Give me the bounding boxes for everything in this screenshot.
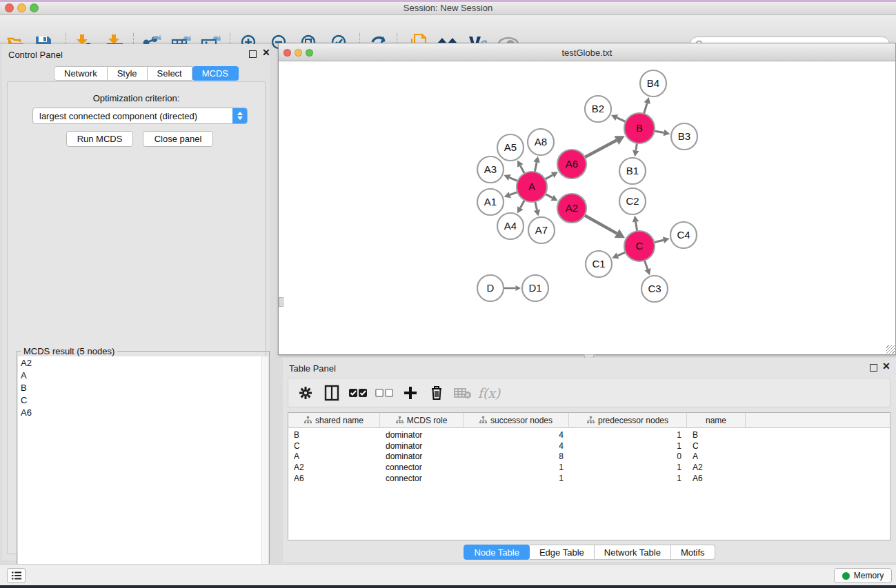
node-table[interactable]: shared nameMCDS rolesuccessor nodesprede… (288, 412, 890, 540)
column-header-MCDS-role[interactable]: MCDS role (380, 413, 464, 428)
edge-A-A1[interactable] (510, 192, 517, 195)
task-history-button[interactable] (7, 568, 26, 583)
mcds-list-scrollbar[interactable] (261, 356, 268, 587)
cell-successor-nodes[interactable]: 4 (464, 440, 569, 452)
cell-predecessor-nodes[interactable]: 1 (569, 429, 687, 440)
column-header-name[interactable]: name (687, 413, 746, 428)
tab-network-table[interactable]: Network Table (595, 545, 671, 560)
tab-motifs[interactable]: Motifs (671, 545, 715, 560)
column-header-successor-nodes[interactable]: successor nodes (464, 413, 569, 428)
node-label-A3: A3 (484, 163, 497, 175)
cell-name[interactable]: A (687, 451, 746, 462)
window-resize-grip[interactable] (886, 345, 895, 354)
edge-A-A2[interactable] (545, 194, 552, 198)
app-titlebar: Session: New Session (0, 0, 896, 15)
cell-shared-name[interactable]: A (288, 451, 380, 462)
close-panel-button[interactable]: Close panel (143, 131, 213, 147)
tab-mcds[interactable]: MCDS (192, 66, 239, 81)
cell-successor-nodes[interactable]: 4 (464, 429, 569, 440)
cell-name[interactable]: C (687, 440, 746, 452)
memory-button[interactable]: Memory (834, 568, 892, 583)
criterion-dropdown[interactable]: largest connected component (directed) (32, 108, 248, 124)
cell-MCDS-role[interactable]: connector (380, 473, 464, 484)
deselect-all-icon[interactable] (371, 388, 397, 398)
mcds-result-item[interactable]: A6 (18, 406, 263, 418)
cell-predecessor-nodes[interactable]: 0 (569, 451, 687, 462)
delete-column-icon[interactable] (424, 385, 450, 401)
close-panel-icon[interactable]: ✕ (262, 48, 270, 57)
mcds-result-box: MCDS result (5 nodes) A2ABCA6 (17, 351, 270, 588)
mcds-result-list[interactable]: A2ABCA6 (18, 356, 263, 587)
edge-B-B1[interactable] (636, 143, 637, 151)
tab-style[interactable]: Style (108, 66, 148, 81)
cell-MCDS-role[interactable]: dominator (380, 451, 464, 462)
cell-successor-nodes[interactable]: 1 (464, 473, 569, 484)
edge-C-C3[interactable] (644, 261, 648, 270)
edge-A-A5[interactable] (520, 165, 524, 173)
edge-C-C4[interactable] (654, 240, 664, 242)
column-visibility-icon[interactable] (319, 385, 345, 401)
tab-network[interactable]: Network (54, 66, 108, 81)
column-header-shared-name[interactable]: shared name (288, 413, 380, 428)
edge-A-A7[interactable] (535, 201, 537, 210)
table-row[interactable]: A2connector11A2 (288, 462, 746, 473)
cell-shared-name[interactable]: B (288, 429, 380, 440)
window-title: Session: New Session (0, 3, 896, 13)
edge-A-A8[interactable] (535, 162, 537, 172)
run-mcds-button[interactable]: Run MCDS (66, 131, 133, 147)
column-tree-icon (587, 416, 595, 424)
mcds-result-item[interactable]: B (18, 381, 263, 394)
edge-A6-B[interactable] (585, 141, 617, 158)
network-window-titlebar[interactable]: testGlobe.txt (279, 43, 895, 61)
network-canvas[interactable]: ABCA2A6A1A3A4A5A7A8B1B2B3B4C1C2C3C4DD1 (279, 61, 895, 354)
cell-predecessor-nodes[interactable]: 1 (569, 473, 687, 484)
table-row[interactable]: Cdominator41C (288, 440, 746, 452)
close-panel-icon[interactable]: ✕ (882, 361, 890, 371)
cell-name[interactable]: A6 (687, 473, 746, 484)
cell-name[interactable]: A2 (687, 462, 746, 473)
mcds-result-item[interactable]: A2 (18, 356, 263, 369)
edge-C-C1[interactable] (617, 252, 625, 256)
float-panel-icon[interactable] (870, 364, 877, 372)
edge-A-A6[interactable] (545, 175, 552, 179)
column-header-label: name (706, 416, 726, 425)
table-row[interactable]: A6connector11A6 (288, 473, 746, 484)
edge-B-B3[interactable] (655, 131, 664, 133)
table-row[interactable]: Adominator80A (288, 451, 746, 462)
cell-MCDS-role[interactable]: connector (380, 462, 464, 473)
cell-shared-name[interactable]: A6 (288, 473, 380, 484)
cell-shared-name[interactable]: A2 (288, 462, 380, 473)
select-all-icon[interactable] (345, 388, 371, 398)
canvas-left-scroll-nub[interactable] (279, 297, 283, 307)
table-row[interactable]: Bdominator41B (288, 429, 746, 440)
cell-successor-nodes[interactable]: 8 (464, 451, 569, 462)
cell-shared-name[interactable]: C (288, 440, 380, 452)
cell-MCDS-role[interactable]: dominator (380, 429, 464, 440)
table-options-icon[interactable] (292, 385, 319, 401)
mcds-result-item[interactable]: C (18, 394, 263, 406)
function-builder-icon[interactable]: f(x) (476, 385, 502, 401)
delete-table-icon[interactable] (450, 387, 476, 399)
column-header-predecessor-nodes[interactable]: predecessor nodes (569, 413, 687, 428)
cell-predecessor-nodes[interactable]: 1 (569, 440, 687, 452)
arrowhead-C-C2 (633, 216, 639, 223)
edge-A2-C[interactable] (584, 215, 617, 233)
edge-A-A4[interactable] (520, 200, 524, 207)
node-label-B2: B2 (592, 103, 604, 114)
edge-B-B4[interactable] (644, 103, 647, 114)
cell-predecessor-nodes[interactable]: 1 (569, 462, 687, 473)
edge-A-A3[interactable] (510, 178, 518, 181)
tab-node-table[interactable]: Node Table (464, 545, 530, 560)
arrowhead-A-A7 (534, 210, 540, 216)
cell-name[interactable]: B (687, 429, 746, 440)
float-panel-icon[interactable] (249, 50, 257, 58)
column-header-label: predecessor nodes (598, 416, 668, 425)
mcds-result-item[interactable]: A (18, 369, 263, 381)
cell-successor-nodes[interactable]: 1 (464, 462, 569, 473)
tab-edge-table[interactable]: Edge Table (530, 545, 595, 560)
tab-select[interactable]: Select (148, 66, 192, 81)
cell-MCDS-role[interactable]: dominator (380, 440, 464, 452)
edge-B-B2[interactable] (617, 118, 626, 122)
edge-C-C2[interactable] (636, 222, 637, 232)
add-column-icon[interactable] (397, 386, 424, 400)
